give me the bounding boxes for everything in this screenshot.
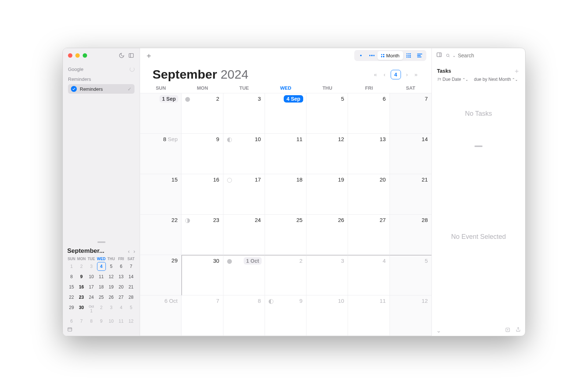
- mini-day[interactable]: 28: [126, 293, 136, 301]
- calendar-cell[interactable]: 7: [390, 93, 431, 134]
- calendar-cell[interactable]: 6: [348, 93, 390, 134]
- search-field[interactable]: ⌄: [446, 53, 521, 58]
- mini-day[interactable]: 3: [106, 304, 116, 315]
- account-header-google[interactable]: Google: [68, 64, 135, 74]
- add-icon[interactable]: [505, 327, 510, 334]
- calendar-cell[interactable]: 20: [348, 174, 390, 215]
- mini-day[interactable]: 23: [76, 293, 86, 301]
- calendar-cell[interactable]: 19: [306, 174, 348, 215]
- calendar-cell[interactable]: 23: [182, 215, 223, 255]
- search-input[interactable]: [458, 53, 521, 58]
- calendar-cell[interactable]: 4: [348, 255, 390, 295]
- calendar-item-reminders[interactable]: Reminders ✓: [68, 84, 135, 94]
- toggle-panel-icon[interactable]: [436, 52, 442, 59]
- share-icon[interactable]: [516, 327, 521, 334]
- mini-day[interactable]: 29: [67, 304, 76, 315]
- mini-day[interactable]: 30: [76, 304, 86, 315]
- calendar-cell[interactable]: 16: [182, 174, 223, 215]
- calendar-cell[interactable]: 22: [140, 215, 182, 255]
- toggle-sidebar-icon[interactable]: [128, 52, 135, 59]
- mini-day[interactable]: 5: [126, 304, 136, 315]
- calendar-cell[interactable]: 18: [265, 174, 306, 215]
- mini-day[interactable]: 18: [96, 283, 106, 291]
- mini-day[interactable]: 16: [76, 283, 86, 291]
- calendar-cell[interactable]: 12: [390, 295, 431, 336]
- calendar-cell[interactable]: 2: [265, 255, 306, 295]
- calendar-cell[interactable]: 6 Oct: [140, 295, 182, 336]
- mini-day[interactable]: 8: [67, 273, 76, 281]
- mini-day[interactable]: 7: [76, 317, 86, 325]
- nav-next-month-button[interactable]: ›: [405, 71, 409, 78]
- mini-day[interactable]: 6: [67, 317, 76, 325]
- mini-day[interactable]: 25: [96, 293, 106, 301]
- view-list-button[interactable]: [414, 51, 425, 60]
- appearance-toggle-icon[interactable]: [118, 52, 125, 59]
- view-day-multi-button[interactable]: [366, 51, 377, 60]
- tasks-sort-button[interactable]: Due Date ⌃⌄: [437, 77, 468, 82]
- account-header-reminders[interactable]: Reminders: [68, 74, 135, 84]
- view-month-button[interactable]: Month: [377, 51, 403, 60]
- mini-day[interactable]: 15: [67, 283, 76, 291]
- mini-day[interactable]: 8: [86, 317, 96, 325]
- nav-next-year-button[interactable]: »: [413, 71, 419, 78]
- calendar-cell[interactable]: 10: [223, 134, 265, 174]
- window-zoom-button[interactable]: [83, 53, 87, 58]
- mini-day[interactable]: 12: [106, 273, 116, 281]
- calendar-cell[interactable]: 1 Oct: [223, 255, 265, 295]
- mini-day[interactable]: 2: [76, 262, 86, 270]
- calendar-cell[interactable]: 8 Sep: [140, 134, 182, 174]
- sidebar-resize-handle[interactable]: [63, 239, 140, 245]
- new-event-button[interactable]: ＋: [145, 51, 153, 61]
- calendar-cell[interactable]: 21: [390, 174, 431, 215]
- expand-icon[interactable]: ⌄: [436, 327, 441, 334]
- mini-day[interactable]: 5: [106, 262, 116, 270]
- mini-day[interactable]: 21: [126, 283, 136, 291]
- mini-day[interactable]: 10: [86, 273, 96, 281]
- view-day-single-button[interactable]: [355, 51, 366, 60]
- nav-prev-year-button[interactable]: «: [372, 71, 378, 78]
- mini-day[interactable]: 19: [106, 283, 116, 291]
- panel-resize-handle[interactable]: [432, 144, 525, 148]
- calendar-cell[interactable]: 3: [306, 255, 348, 295]
- window-minimize-button[interactable]: [75, 53, 80, 58]
- mini-day[interactable]: 11: [96, 273, 106, 281]
- calendar-cell[interactable]: 3: [223, 93, 265, 134]
- calendar-cell[interactable]: 9: [182, 134, 223, 174]
- calendar-cell[interactable]: 5: [390, 255, 431, 295]
- calendar-cell[interactable]: 8: [223, 295, 265, 336]
- mini-day[interactable]: 24: [86, 293, 96, 301]
- tasks-filter-button[interactable]: due by Next Month ⌃⌄: [474, 77, 518, 82]
- calendar-cell[interactable]: 28: [390, 215, 431, 255]
- mini-day[interactable]: Oct1: [86, 304, 96, 315]
- calendar-cell[interactable]: 9: [265, 295, 306, 336]
- calendar-cell[interactable]: 13: [348, 134, 390, 174]
- calendar-cell[interactable]: 5: [306, 93, 348, 134]
- calendar-cell[interactable]: 14: [390, 134, 431, 174]
- window-close-button[interactable]: [68, 53, 72, 58]
- mini-day[interactable]: 1: [67, 262, 76, 270]
- nav-today-button[interactable]: 4: [391, 70, 401, 79]
- mini-day[interactable]: 22: [67, 293, 76, 301]
- calendar-cell[interactable]: 17: [223, 174, 265, 215]
- calendar-cell[interactable]: 10: [306, 295, 348, 336]
- calendar-cell[interactable]: 7: [182, 295, 223, 336]
- mini-day[interactable]: 20: [116, 283, 126, 291]
- calendar-checkbox-icon[interactable]: [71, 86, 77, 92]
- mini-cal-next-button[interactable]: ›: [133, 248, 135, 254]
- calendar-cell[interactable]: 30: [182, 255, 223, 295]
- calendar-cell[interactable]: 27: [348, 215, 390, 255]
- calendar-cell[interactable]: 11: [348, 295, 390, 336]
- calendar-cell[interactable]: 24: [223, 215, 265, 255]
- calendar-cell[interactable]: 26: [306, 215, 348, 255]
- mini-day[interactable]: 11: [116, 317, 126, 325]
- mini-cal-prev-button[interactable]: ‹: [128, 248, 130, 254]
- nav-prev-month-button[interactable]: ‹: [382, 71, 387, 78]
- mini-day[interactable]: 4: [96, 262, 106, 270]
- calendar-cell[interactable]: 1 Sep: [140, 93, 182, 134]
- mini-day[interactable]: 26: [106, 293, 116, 301]
- mini-day[interactable]: 2: [96, 304, 106, 315]
- mini-day[interactable]: 3: [86, 262, 96, 270]
- calendar-cell[interactable]: 29: [140, 255, 182, 295]
- calendar-cell[interactable]: 4 Sep: [265, 93, 306, 134]
- add-task-button[interactable]: ＋: [513, 67, 520, 75]
